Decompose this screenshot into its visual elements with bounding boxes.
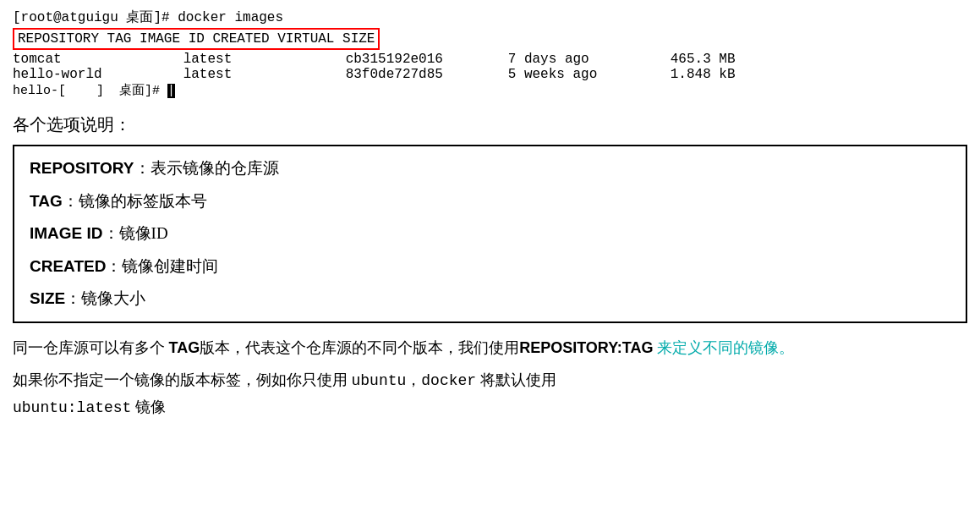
desc1-tag-bold: TAG xyxy=(169,339,200,356)
terminal-partial: hello-[ ] 桌面]# | xyxy=(13,82,967,98)
desc1-mid: 版本，代表这个仓库源的不同个版本，我们使用 xyxy=(200,339,519,356)
option-key-image-id: IMAGE ID xyxy=(30,224,103,242)
terminal-section: [root@atguigu 桌面]# docker images REPOSIT… xyxy=(13,8,967,98)
desc1-pre: 同一仓库源可以有多个 xyxy=(13,339,169,356)
terminal-rows: tomcat latest cb315192e016 7 days ago 46… xyxy=(13,52,967,82)
description-1: 同一仓库源可以有多个 TAG版本，代表这个仓库源的不同个版本，我们使用REPOS… xyxy=(13,335,967,361)
option-key-repository: REPOSITORY xyxy=(30,159,134,177)
option-key-size: SIZE xyxy=(30,289,65,307)
desc2-end2: 镜像 xyxy=(131,398,166,415)
desc2-comma: ， xyxy=(406,371,421,388)
terminal-row-2: hello-world latest 83f0de727d85 5 weeks … xyxy=(13,67,967,82)
option-tag: TAG：镜像的标签版本号 xyxy=(30,190,950,214)
desc2-pre: 如果你不指定一个镜像的版本标签，例如你只使用 xyxy=(13,371,352,388)
desc2-end: 将默认使用 xyxy=(476,371,556,388)
option-size: SIZE：镜像大小 xyxy=(30,287,950,311)
option-key-created: CREATED xyxy=(30,257,106,275)
description-2: 如果你不指定一个镜像的版本标签，例如你只使用 ubuntu，docker 将默认… xyxy=(13,367,967,420)
terminal-header-text: REPOSITORY TAG IMAGE ID CREATED VIRTUAL … xyxy=(18,31,375,47)
desc2-ubuntu-latest: ubuntu:latest xyxy=(13,399,131,416)
option-desc-created: 镜像创建时间 xyxy=(122,257,218,275)
options-box: REPOSITORY：表示镜像的仓库源 TAG：镜像的标签版本号 IMAGE I… xyxy=(13,145,967,323)
desc2-ubuntu: ubuntu xyxy=(352,372,407,389)
option-desc-size: 镜像大小 xyxy=(81,289,145,307)
terminal-header: REPOSITORY TAG IMAGE ID CREATED VIRTUAL … xyxy=(13,28,380,50)
option-desc-repository: 表示镜像的仓库源 xyxy=(151,159,279,177)
option-image-id: IMAGE ID：镜像ID xyxy=(30,222,950,246)
terminal-row-1: tomcat latest cb315192e016 7 days ago 46… xyxy=(13,52,967,67)
option-desc-image-id: 镜像ID xyxy=(119,224,168,242)
option-created: CREATED：镜像创建时间 xyxy=(30,255,950,279)
section-title: 各个选项说明： xyxy=(13,113,967,136)
desc2-docker: docker xyxy=(421,372,476,389)
option-repository: REPOSITORY：表示镜像的仓库源 xyxy=(30,157,950,181)
option-key-tag: TAG xyxy=(30,192,63,210)
option-desc-tag: 镜像的标签版本号 xyxy=(79,192,207,210)
terminal-command: [root@atguigu 桌面]# docker images xyxy=(13,8,967,26)
desc1-repo-tag-bold: REPOSITORY:TAG xyxy=(519,339,653,356)
desc1-end-cyan: 来定义不同的镜像。 xyxy=(654,339,795,356)
